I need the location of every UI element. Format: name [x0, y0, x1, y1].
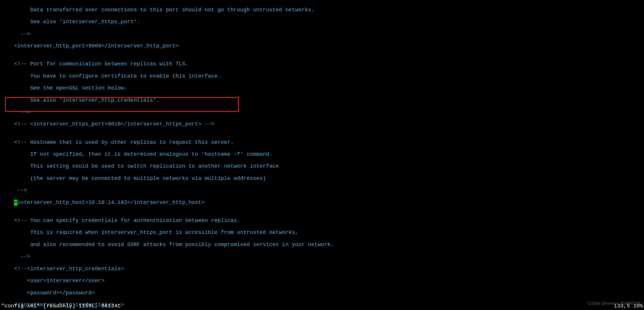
vim-status-bar: "config.xml" [readonly] 1159L, 56134C 13… — [0, 303, 644, 310]
code-line: See also 'interserver_https_port'. — [1, 19, 643, 25]
code-line: See the openSSL section below. — [1, 85, 643, 92]
code-line: If not specified, than it is determined … — [1, 152, 643, 158]
watermark: CSDN @weixin_55488528 — [588, 301, 640, 306]
code-line: (the server may be connected to multiple… — [1, 176, 643, 182]
code-line: <user>interserver</user> — [1, 278, 643, 284]
code-line: This setting could be used to switch rep… — [1, 164, 643, 170]
code-line-cursor: <interserver_http_host>10.10.14.182</int… — [1, 200, 643, 206]
code-line: --> — [1, 110, 643, 116]
code-line: --> — [1, 31, 643, 37]
code-line: <!-- <interserver_https_port>9010</inter… — [1, 121, 643, 128]
terminal-editor[interactable]: Data transferred over connections to thi… — [0, 0, 644, 310]
code-line: You have to configure certificate to ena… — [1, 74, 643, 80]
code-line: <!-- Port for communication between repl… — [1, 61, 643, 67]
tag-content: interserver_http_host>10.10.14.182</inte… — [17, 200, 205, 206]
code-line: <!-- Hostname that is used by other repl… — [1, 140, 643, 146]
code-line: See also 'interserver_http_credentials'. — [1, 98, 643, 104]
code-line: <interserver_http_port>9009</interserver… — [1, 43, 643, 49]
code-line: --> — [1, 254, 643, 260]
code-line: --> — [1, 188, 643, 194]
code-line: This is required when interserver_https_… — [1, 230, 643, 236]
code-line: Data transferred over connections to thi… — [1, 7, 643, 13]
file-status: "config.xml" [readonly] 1159L, 56134C — [1, 303, 121, 309]
cursor: < — [14, 200, 17, 206]
code-line: <password></password> — [1, 290, 643, 296]
code-line: <!-- You can specify credentials for aut… — [1, 218, 643, 224]
code-line: and also recommended to avoid SSRF attac… — [1, 242, 643, 248]
code-line: <!--<interserver_http_credentials> — [1, 266, 643, 272]
indent — [1, 200, 14, 206]
